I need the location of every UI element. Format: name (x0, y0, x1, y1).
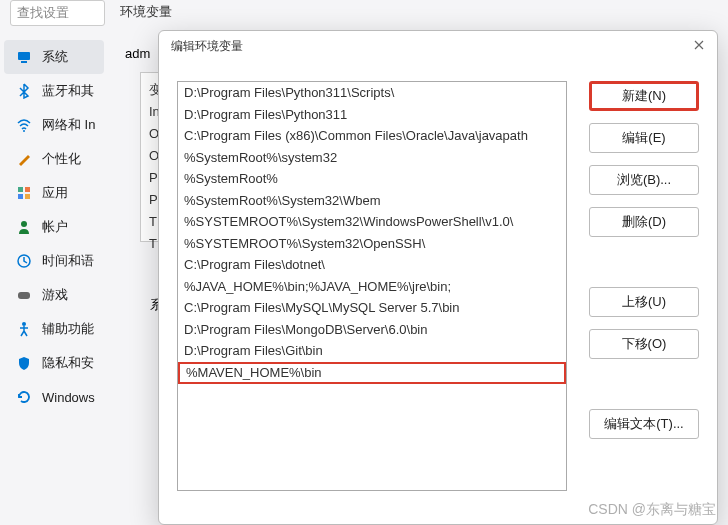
delete-button[interactable]: 删除(D) (589, 207, 699, 237)
sidebar-item-clock[interactable]: 时间和语 (0, 244, 108, 278)
path-list-item[interactable]: D:\Program Files\Git\bin (178, 340, 566, 362)
path-list-item[interactable]: %SystemRoot% (178, 168, 566, 190)
path-list-item[interactable]: C:\Program Files\dotnet\ (178, 254, 566, 276)
brush-icon (16, 151, 32, 167)
settings-sidebar: 系统蓝牙和其网络和 In个性化应用帐户时间和语游戏辅助功能隐私和安Windows (0, 40, 108, 414)
sidebar-item-label: 时间和语 (42, 252, 94, 270)
svg-rect-6 (25, 194, 30, 199)
sidebar-item-apps[interactable]: 应用 (0, 176, 108, 210)
edit-env-var-dialog: 编辑环境变量 D:\Program Files\Python311\Script… (158, 30, 718, 525)
edit-button[interactable]: 编辑(E) (589, 123, 699, 153)
sidebar-item-label: 游戏 (42, 286, 68, 304)
sidebar-item-person[interactable]: 帐户 (0, 210, 108, 244)
sidebar-item-label: 网络和 In (42, 116, 95, 134)
sidebar-item-label: 辅助功能 (42, 320, 94, 338)
svg-rect-9 (18, 292, 30, 299)
search-settings-input[interactable]: 查找设置 (10, 0, 105, 26)
new-button[interactable]: 新建(N) (589, 81, 699, 111)
system-icon (16, 49, 32, 65)
watermark: CSDN @东离与糖宝 (588, 501, 716, 519)
sidebar-item-wifi[interactable]: 网络和 In (0, 108, 108, 142)
svg-rect-0 (18, 52, 30, 60)
dialog-title: 编辑环境变量 (159, 31, 717, 61)
close-icon[interactable] (691, 37, 707, 53)
path-list-item[interactable]: D:\Program Files\Python311 (178, 104, 566, 126)
path-list-item[interactable]: C:\Program Files (x86)\Common Files\Orac… (178, 125, 566, 147)
sidebar-item-system[interactable]: 系统 (4, 40, 104, 74)
sidebar-item-update[interactable]: Windows (0, 380, 108, 414)
sidebar-item-brush[interactable]: 个性化 (0, 142, 108, 176)
svg-rect-5 (18, 194, 23, 199)
search-placeholder: 查找设置 (17, 4, 69, 22)
sidebar-item-accessibility[interactable]: 辅助功能 (0, 312, 108, 346)
sidebar-item-label: 帐户 (42, 218, 68, 236)
path-list-item[interactable]: %SYSTEMROOT%\System32\WindowsPowerShell\… (178, 211, 566, 233)
svg-rect-4 (25, 187, 30, 192)
path-list-item[interactable]: %SystemRoot%\system32 (178, 147, 566, 169)
sidebar-item-label: Windows (42, 390, 95, 405)
env-vars-label: 环境变量 (120, 3, 172, 21)
shield-icon (16, 355, 32, 371)
bluetooth-icon (16, 83, 32, 99)
path-list-item[interactable]: C:\Program Files\MySQL\MySQL Server 5.7\… (178, 297, 566, 319)
svg-rect-3 (18, 187, 23, 192)
sidebar-item-label: 应用 (42, 184, 68, 202)
sidebar-item-label: 蓝牙和其 (42, 82, 94, 100)
move-up-button[interactable]: 上移(U) (589, 287, 699, 317)
admin-section-label: adm (125, 46, 150, 61)
svg-rect-1 (21, 61, 27, 63)
accessibility-icon (16, 321, 32, 337)
sidebar-item-gamepad[interactable]: 游戏 (0, 278, 108, 312)
apps-icon (16, 185, 32, 201)
path-list-item[interactable]: %SYSTEMROOT%\System32\OpenSSH\ (178, 233, 566, 255)
svg-point-2 (23, 130, 25, 132)
path-list[interactable]: D:\Program Files\Python311\Scripts\D:\Pr… (177, 81, 567, 491)
clock-icon (16, 253, 32, 269)
gamepad-icon (16, 287, 32, 303)
sidebar-item-bluetooth[interactable]: 蓝牙和其 (0, 74, 108, 108)
svg-point-7 (21, 221, 27, 227)
path-list-item[interactable]: %SystemRoot%\System32\Wbem (178, 190, 566, 212)
dialog-buttons: 新建(N) 编辑(E) 浏览(B)... 删除(D) 上移(U) 下移(O) 编… (589, 81, 699, 439)
path-list-item[interactable]: %JAVA_HOME%\bin;%JAVA_HOME%\jre\bin; (178, 276, 566, 298)
wifi-icon (16, 117, 32, 133)
person-icon (16, 219, 32, 235)
svg-point-10 (22, 322, 26, 326)
browse-button[interactable]: 浏览(B)... (589, 165, 699, 195)
path-list-item[interactable]: D:\Program Files\Python311\Scripts\ (178, 82, 566, 104)
update-icon (16, 389, 32, 405)
edit-text-button[interactable]: 编辑文本(T)... (589, 409, 699, 439)
sidebar-item-label: 隐私和安 (42, 354, 94, 372)
sidebar-item-shield[interactable]: 隐私和安 (0, 346, 108, 380)
sidebar-item-label: 系统 (42, 48, 68, 66)
move-down-button[interactable]: 下移(O) (589, 329, 699, 359)
sidebar-item-label: 个性化 (42, 150, 81, 168)
path-list-item[interactable]: %MAVEN_HOME%\bin (178, 362, 566, 384)
path-list-item[interactable]: D:\Program Files\MongoDB\Server\6.0\bin (178, 319, 566, 341)
